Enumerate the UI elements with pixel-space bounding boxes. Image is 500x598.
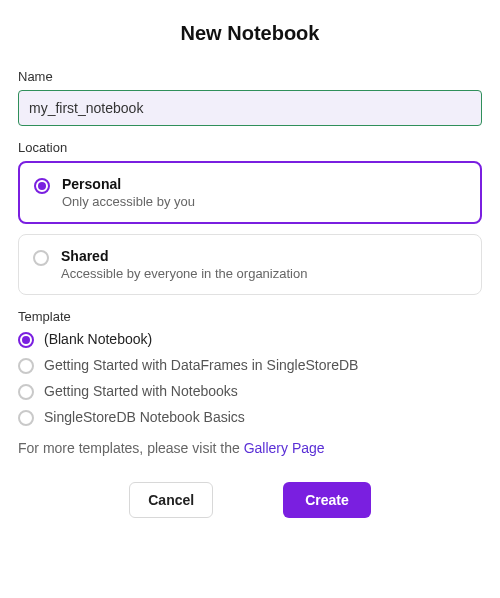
create-button[interactable]: Create bbox=[283, 482, 371, 518]
radio-icon bbox=[18, 410, 34, 426]
template-option-getting-started[interactable]: Getting Started with Notebooks bbox=[18, 382, 482, 400]
location-label: Location bbox=[18, 140, 482, 155]
location-desc: Only accessible by you bbox=[62, 194, 195, 209]
template-option-label: Getting Started with Notebooks bbox=[44, 383, 238, 399]
location-group: Personal Only accessible by you Shared A… bbox=[18, 161, 482, 295]
radio-icon bbox=[34, 178, 50, 194]
gallery-page-link[interactable]: Gallery Page bbox=[244, 440, 325, 456]
location-option-shared[interactable]: Shared Accessible by everyone in the org… bbox=[18, 234, 482, 295]
location-text: Personal Only accessible by you bbox=[62, 176, 195, 209]
name-label: Name bbox=[18, 69, 482, 84]
location-desc: Accessible by everyone in the organizati… bbox=[61, 266, 307, 281]
location-text: Shared Accessible by everyone in the org… bbox=[61, 248, 307, 281]
template-option-label: SingleStoreDB Notebook Basics bbox=[44, 409, 245, 425]
location-title: Personal bbox=[62, 176, 195, 192]
template-option-dataframes[interactable]: Getting Started with DataFrames in Singl… bbox=[18, 356, 482, 374]
template-option-label: Getting Started with DataFrames in Singl… bbox=[44, 357, 358, 373]
dialog-footer: Cancel Create bbox=[18, 482, 482, 518]
name-input[interactable] bbox=[18, 90, 482, 126]
radio-icon bbox=[18, 332, 34, 348]
cancel-button[interactable]: Cancel bbox=[129, 482, 213, 518]
template-label: Template bbox=[18, 309, 482, 324]
location-option-personal[interactable]: Personal Only accessible by you bbox=[18, 161, 482, 224]
template-list: (Blank Notebook) Getting Started with Da… bbox=[18, 330, 482, 426]
radio-icon bbox=[18, 384, 34, 400]
radio-icon bbox=[18, 358, 34, 374]
template-option-label: (Blank Notebook) bbox=[44, 331, 152, 347]
location-title: Shared bbox=[61, 248, 307, 264]
template-option-blank[interactable]: (Blank Notebook) bbox=[18, 330, 482, 348]
template-more-text: For more templates, please visit the bbox=[18, 440, 244, 456]
template-option-basics[interactable]: SingleStoreDB Notebook Basics bbox=[18, 408, 482, 426]
radio-icon bbox=[33, 250, 49, 266]
template-more-hint: For more templates, please visit the Gal… bbox=[18, 440, 482, 456]
dialog-title: New Notebook bbox=[18, 22, 482, 45]
